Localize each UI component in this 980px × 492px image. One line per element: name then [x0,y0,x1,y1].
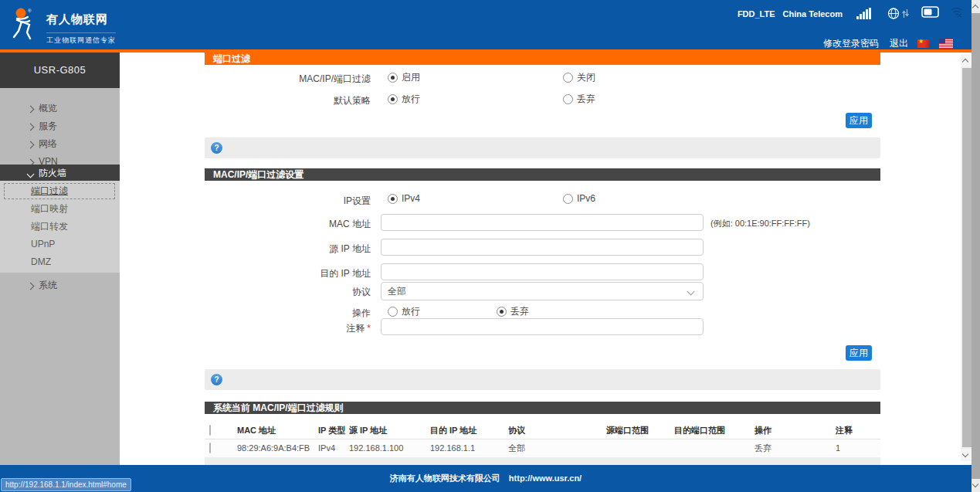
cell-comment: 1 [836,443,880,453]
cell-action: 丢弃 [754,443,836,454]
change-password-link[interactable]: 修改登录密码 [823,37,879,50]
brand: ® 有人物联网 工业物联网通信专家 [11,6,116,46]
globe-traffic-icon [887,7,909,20]
apply-button-settings[interactable]: 应用 [846,345,872,361]
row-checkbox[interactable] [209,443,211,453]
firewall-submenu: 端口过滤 端口映射 端口转发 UPnP DMZ [0,181,120,273]
radio-action-drop[interactable]: 丢弃 [497,305,529,318]
logout-link[interactable]: 退出 [890,37,908,50]
radio-ipv4[interactable]: IPv4 [388,193,420,204]
content-scrollbar[interactable] [961,54,972,461]
scroll-down-button[interactable] [972,479,980,492]
help-band [205,369,880,390]
section-title-current-rules: 系统当前 MAC/IP/端口过滤规则 [205,402,880,414]
router-admin-page: ® 有人物联网 工业物联网通信专家 FDD_LTE China Telecom [0,0,980,492]
col-header: 协议 [508,425,606,436]
mac-address-input[interactable] [381,214,704,231]
col-header: MAC 地址 [237,425,318,436]
sidebar-item-system[interactable]: 系统 [0,277,120,294]
radio-action-accept[interactable]: 放行 [388,305,420,318]
scroll-up-button[interactable] [961,54,972,66]
sidebar-subitem-port-forwarding[interactable]: 端口转发 [0,218,120,236]
rules-table-header: MAC 地址 IP 类型 源 IP 地址 目的 IP 地址 协议 源端口范围 目… [205,422,880,439]
sidebar-item-network[interactable]: 网络 [0,135,120,153]
field-label: 注释* [228,322,371,335]
col-header: IP 类型 [318,425,349,436]
account-links-row: 修改登录密码 退出 [823,37,953,50]
brand-tagline: 工业物联网通信专家 [46,32,116,46]
table-bottom-stripe [205,457,880,465]
col-header: 源端口范围 [606,425,674,436]
source-ip-input[interactable] [381,239,704,256]
cell-mac: 98:29:A6:9A:B4:FB [237,443,318,453]
radio-enable[interactable]: 启用 [388,71,420,84]
field-label: IP设置 [228,195,371,208]
sidebar-subitem-port-mapping[interactable]: 端口映射 [0,200,120,218]
col-header: 目的 IP 地址 [430,425,508,436]
top-header: ® 有人物联网 工业物联网通信专家 FDD_LTE China Telecom [0,0,972,49]
sidebar-item-overview[interactable]: 概览 [0,100,120,117]
help-band [205,137,880,158]
radio-icon [388,73,398,83]
scrollbar-thumb[interactable] [962,68,972,447]
chevron-right-icon [27,283,35,290]
radio-ipv6[interactable]: IPv6 [563,193,595,204]
apply-button-filter[interactable]: 应用 [846,113,872,128]
radio-disable[interactable]: 关闭 [563,71,595,84]
scrollbar-thumb[interactable] [972,13,980,479]
comment-input[interactable] [381,318,704,335]
mac-format-hint: (例如: 00:1E:90:FF:FF:FF) [710,218,810,229]
company-url[interactable]: http://www.usr.cn/ [509,473,582,483]
col-header: 目的端口范围 [674,425,754,436]
radio-drop[interactable]: 丢弃 [563,93,595,106]
sidebar: USR-G805 概览 服务 网络 VPN 防火墙 端口过滤 端口映射 [0,53,120,465]
radio-icon [563,73,573,83]
scroll-down-button[interactable] [961,449,972,461]
network-type: FDD_LTE [738,9,775,19]
radio-icon [388,194,398,204]
device-model: USR-G805 [0,53,120,88]
us-flag-icon[interactable] [939,39,953,49]
field-label: 源 IP 地址 [228,243,371,256]
sidebar-subitem-dmz[interactable]: DMZ [0,253,120,271]
sidebar-item-firewall[interactable]: 防火墙 [0,165,120,182]
chevron-right-icon [27,124,35,131]
destination-ip-input[interactable] [381,263,704,280]
table-row: 98:29:A6:9A:B4:FB IPv4 192.168.1.100 192… [205,439,880,456]
brand-name: 有人物联网 [46,12,116,27]
window-scrollbar[interactable] [972,0,980,492]
chevron-down-icon [687,288,695,296]
signal-bars-icon [856,8,872,19]
footer: 济南有人物联网技术有限公司 http://www.usr.cn/ [0,465,972,492]
company-name: 济南有人物联网技术有限公司 [390,473,500,483]
cell-ip-type: IPv4 [318,443,349,453]
field-label: 目的 IP 地址 [228,267,371,280]
required-asterisk: * [367,323,371,334]
col-header: 注释 [836,425,880,436]
sidebar-subitem-upnp[interactable]: UPnP [0,236,120,253]
section-title-filter-settings: MAC/IP/端口过滤设置 [205,168,880,181]
sidebar-subitem-port-filter[interactable]: 端口过滤 [0,182,120,200]
radio-icon [563,194,573,204]
protocol-select[interactable]: 全部 [381,282,704,300]
sidebar-item-services[interactable]: 服务 [0,117,120,135]
help-icon[interactable] [211,142,222,154]
help-icon[interactable] [211,374,222,385]
col-header: 源 IP 地址 [349,425,430,436]
wifi-off-icon [950,6,963,21]
field-label: MAC 地址 [228,218,371,231]
svg-text:®: ® [28,8,32,13]
cell-dst-ip: 192.168.1.1 [430,443,508,453]
radio-icon [388,307,398,317]
field-label: 默认策略 [228,94,371,107]
radio-icon [388,94,398,104]
scroll-up-button[interactable] [972,0,980,13]
carrier-name: China Telecom [783,9,843,19]
china-flag-icon[interactable] [917,39,930,48]
radio-icon [563,94,573,104]
select-all-checkbox[interactable] [209,425,211,436]
status-url-tooltip: http://192.168.1.1/index.html#home [1,478,131,491]
col-header: 操作 [754,425,836,436]
network-status-row: FDD_LTE China Telecom [738,6,963,21]
radio-accept[interactable]: 放行 [388,93,420,106]
